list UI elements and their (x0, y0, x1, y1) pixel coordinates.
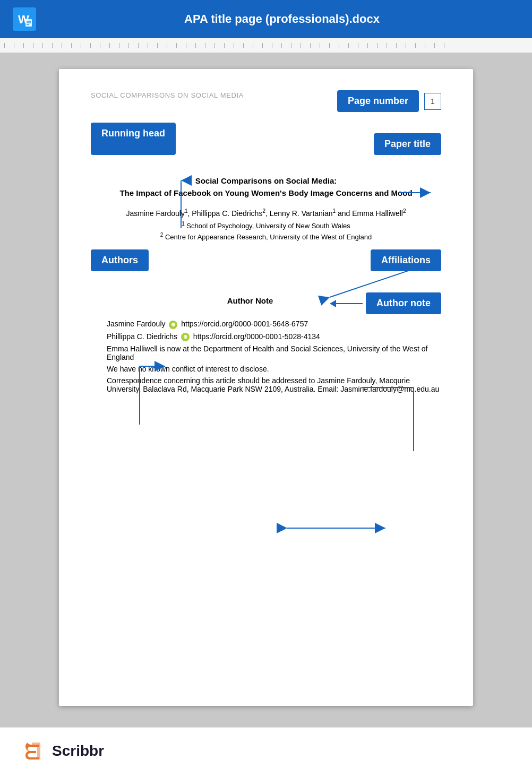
paper-title-main: Social Comparisons on Social Media: (91, 176, 441, 185)
author-note-line3: Emma Halliwell is now at the Department … (91, 344, 441, 361)
scribbr-brand-name: Scribbr (52, 743, 104, 760)
affiliation2-line: 2 Centre for Appearance Research, Univer… (91, 232, 441, 241)
annotation-row-authors: Authors Affiliations (91, 249, 441, 271)
author-note-line1: Jasmine Fardouly ⊕ https://orcid.org/000… (91, 320, 441, 329)
authors-line: Jasmine Fardouly1, Phillippa C. Diedrich… (91, 208, 441, 218)
arrow-line (336, 303, 363, 304)
running-head-label: Running head (91, 123, 176, 155)
author1-note-name: Jasmine Fardouly (107, 320, 166, 328)
author-note-content: Jasmine Fardouly ⊕ https://orcid.org/000… (91, 320, 441, 393)
page-number-box: 1 (424, 93, 441, 110)
word-icon: W (13, 7, 36, 31)
author2-note-orcid: https://orcid.org/0000-0001-5028-4134 (193, 332, 320, 341)
ruler (0, 38, 532, 53)
orcid-icon-2: ⊕ (181, 333, 190, 341)
author-note-header-row: Author Note Author note (91, 292, 441, 314)
author1: Jasmine Fardouly1, Phillippa C. Diedrich… (126, 209, 406, 218)
affiliation1-line: 1 School of Psychology, University of Ne… (91, 221, 441, 230)
paper-title-content: Social Comparisons on Social Media: The … (91, 176, 441, 197)
document-page: SOCIAL COMPARISONS ON SOCIAL MEDIA Page … (59, 69, 473, 706)
running-head-text-area: SOCIAL COMPARISONS ON SOCIAL MEDIA (91, 90, 244, 100)
author-note-line2: Phillippa C. Diedrichs ⊕ https://orcid.o… (91, 332, 441, 341)
authors-label: Authors (91, 249, 149, 271)
running-head-text: SOCIAL COMPARISONS ON SOCIAL MEDIA (91, 88, 244, 99)
orcid-icon-1: ⊕ (169, 321, 177, 329)
title-bar: W APA title page (professionals).docx (0, 0, 532, 38)
author-note-line4: We have no known conflict of interest to… (91, 365, 441, 373)
doc-container: SOCIAL COMPARISONS ON SOCIAL MEDIA Page … (0, 53, 532, 727)
scribbr-logo: Scribbr (21, 738, 104, 764)
author-note-annot-area: Author note (330, 292, 441, 314)
author-note-line5: Correspondence concerning this article s… (91, 376, 441, 393)
affiliations-label: Affiliations (371, 249, 441, 271)
page-number-label: Page number (337, 90, 419, 112)
paper-title-label: Paper title (374, 133, 441, 155)
page-number-area: Page number 1 (337, 90, 441, 112)
author-note-section-header: Author Note (170, 296, 330, 305)
scribbr-icon (21, 738, 47, 764)
arrow-left-tip (330, 300, 336, 307)
author2-note-name: Phillippa C. Diedrichs (107, 332, 177, 341)
footer: Scribbr (0, 727, 532, 768)
author-note-label: Author note (366, 292, 441, 314)
author1-note-orcid: https://orcid.org/0000-0001-5648-6757 (181, 320, 308, 328)
paper-title-sub: The Impact of Facebook on Young Women's … (91, 188, 441, 197)
window-title: APA title page (professionals).docx (45, 12, 519, 26)
author-note-arrow (330, 300, 363, 307)
